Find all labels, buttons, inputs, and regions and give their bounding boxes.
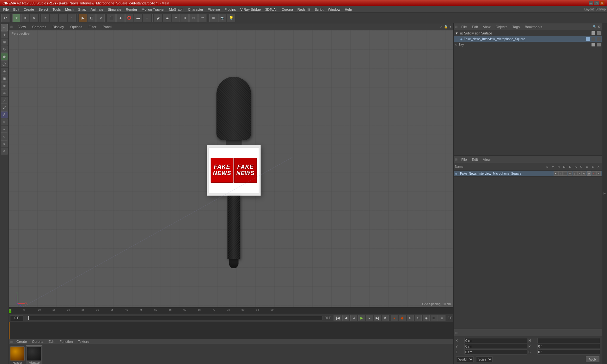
- viewport-tab-filter[interactable]: Filter: [87, 25, 98, 29]
- scale-tool-button[interactable]: ⊞: [21, 14, 29, 22]
- cylinder-button[interactable]: ⭕: [125, 14, 133, 22]
- y-position-input[interactable]: [464, 344, 527, 349]
- right-edge-panel[interactable]: ◀: [602, 23, 607, 364]
- h-rotation-input[interactable]: [537, 338, 600, 343]
- menu-mesh[interactable]: Mesh: [63, 7, 76, 12]
- menu-simulate[interactable]: Simulate: [106, 7, 123, 12]
- menu-help[interactable]: Help: [343, 7, 354, 12]
- object-item-microphone[interactable]: ◈ Fake_News_Interview_Microphone_Square: [454, 36, 602, 42]
- menu-create[interactable]: Create: [22, 7, 36, 12]
- om-tab-bookmarks[interactable]: Bookmarks: [524, 25, 543, 29]
- menu-render[interactable]: Render: [124, 7, 139, 12]
- attr-icon-x[interactable]: *: [596, 171, 601, 176]
- window-controls[interactable]: — □ ✕: [589, 1, 604, 5]
- tool-effectors[interactable]: ⊛: [1, 148, 8, 155]
- tool-subdivide[interactable]: ▣: [1, 75, 8, 82]
- undo-button[interactable]: ↩: [1, 14, 9, 22]
- om-tab-view[interactable]: View: [482, 25, 492, 29]
- step-forward-button[interactable]: ▸: [366, 315, 373, 321]
- render-region-button[interactable]: ⊡: [88, 14, 96, 22]
- menu-plugins[interactable]: Plugins: [223, 7, 238, 12]
- tool-cloth[interactable]: ≊: [1, 126, 8, 133]
- playback-bar[interactable]: [28, 316, 322, 320]
- sphere-button[interactable]: ●: [116, 14, 125, 22]
- current-frame-input[interactable]: [10, 315, 23, 321]
- loop-button[interactable]: ↺: [382, 315, 389, 321]
- motion-path-button[interactable]: ⊕: [415, 315, 422, 321]
- scale-mode-dropdown[interactable]: Scale Size: [476, 356, 493, 362]
- menu-corona[interactable]: Corona: [280, 7, 295, 12]
- menu-mograph[interactable]: MoGraph: [167, 7, 186, 12]
- menu-animate[interactable]: Animate: [89, 7, 105, 12]
- render-button[interactable]: ▶: [79, 14, 87, 22]
- menu-vray[interactable]: V-Ray Bridge: [238, 7, 263, 12]
- tool-polygon[interactable]: ⬟: [1, 53, 8, 60]
- tool-deformers[interactable]: ⊗: [1, 89, 8, 96]
- attr-icon-r[interactable]: —: [563, 171, 567, 176]
- add-button[interactable]: +: [143, 14, 151, 22]
- attr-icon-v[interactable]: ○: [558, 171, 563, 176]
- point-mode-button[interactable]: ◦: [50, 14, 58, 22]
- brush-button[interactable]: ⊗: [189, 14, 198, 22]
- record-button[interactable]: ●: [391, 315, 398, 321]
- go-to-start-button[interactable]: |◀: [334, 315, 341, 321]
- viewport-menu-icon[interactable]: ▼: [449, 25, 452, 28]
- z-position-input[interactable]: [464, 349, 527, 355]
- mat-tab-function[interactable]: Function: [58, 339, 74, 344]
- menu-3dtoall[interactable]: 3DToAll: [263, 7, 279, 12]
- timeline-track-area[interactable]: [9, 322, 453, 339]
- object-item-sky[interactable]: ○ Sky: [454, 42, 602, 47]
- minimize-button[interactable]: —: [589, 1, 593, 5]
- om-tab-objects[interactable]: Objects: [494, 25, 508, 29]
- tool-mograph[interactable]: ⊚: [1, 140, 8, 147]
- timeline-list-button[interactable]: ≡: [438, 315, 445, 321]
- auto-key-button[interactable]: ⏺: [399, 315, 406, 321]
- paint-button[interactable]: 🖌: [154, 14, 162, 22]
- material-header[interactable]: Header: [10, 346, 25, 364]
- am-tab-edit[interactable]: Edit: [471, 157, 479, 162]
- om-tab-edit[interactable]: Edit: [471, 25, 479, 29]
- menu-character[interactable]: Character: [186, 7, 205, 12]
- attr-icon-a[interactable]: A: [577, 171, 582, 176]
- lock-icon[interactable]: 🔒: [444, 25, 448, 28]
- tool-sculpt2[interactable]: S: [1, 111, 8, 118]
- key-all-button[interactable]: ⊛: [407, 315, 414, 321]
- poly-mode-button[interactable]: ▪: [68, 14, 76, 22]
- move-tool-button[interactable]: ✛: [12, 14, 21, 22]
- tool-nurbs[interactable]: ⊛: [1, 68, 8, 75]
- cube-button[interactable]: ⬛: [107, 14, 116, 22]
- tool-line[interactable]: ╱: [1, 97, 8, 104]
- menu-edit[interactable]: Edit: [11, 7, 21, 12]
- tool-move[interactable]: ✛: [1, 31, 8, 38]
- grid-button[interactable]: ⊞: [209, 14, 218, 22]
- viewport-tab-display[interactable]: Display: [51, 25, 66, 29]
- menu-window[interactable]: Window: [326, 7, 342, 12]
- sculpt-button[interactable]: ⛰: [163, 14, 171, 22]
- step-back-button[interactable]: ◂: [350, 315, 357, 321]
- attr-icon-s[interactable]: ●: [554, 171, 558, 176]
- menu-file[interactable]: File: [1, 7, 11, 12]
- attr-icon-l[interactable]: |: [573, 171, 577, 176]
- viewport-tab-cameras[interactable]: Cameras: [30, 25, 48, 29]
- mat-tab-create[interactable]: Create: [15, 339, 28, 344]
- close-button[interactable]: ✕: [600, 1, 604, 5]
- go-to-end-button[interactable]: ▶|: [374, 315, 381, 321]
- playback-settings-button[interactable]: ⊞: [431, 315, 438, 321]
- magnet-button[interactable]: ⊕: [181, 14, 189, 22]
- tool-select[interactable]: ↖: [1, 24, 8, 31]
- tool-rotate[interactable]: ↻: [1, 46, 8, 53]
- am-tab-file[interactable]: File: [460, 157, 468, 162]
- am-tab-view[interactable]: View: [482, 157, 492, 162]
- rotate-tool-button[interactable]: ↻: [30, 14, 38, 22]
- play-button[interactable]: ▶: [358, 315, 365, 321]
- light-button[interactable]: 💡: [227, 14, 235, 22]
- om-tab-file[interactable]: File: [460, 25, 468, 29]
- menu-snap[interactable]: Snap: [76, 7, 88, 12]
- apply-button[interactable]: Apply: [586, 356, 599, 362]
- tool-paint[interactable]: 🖌: [1, 104, 8, 111]
- menu-select[interactable]: Select: [37, 7, 50, 12]
- object-mode-button[interactable]: ●: [41, 14, 49, 22]
- key-selection-button[interactable]: ◈: [423, 315, 430, 321]
- 3d-viewport[interactable]: Perspective FAKE NEWS FAKE: [9, 30, 453, 307]
- mat-tab-edit[interactable]: Edit: [47, 339, 56, 344]
